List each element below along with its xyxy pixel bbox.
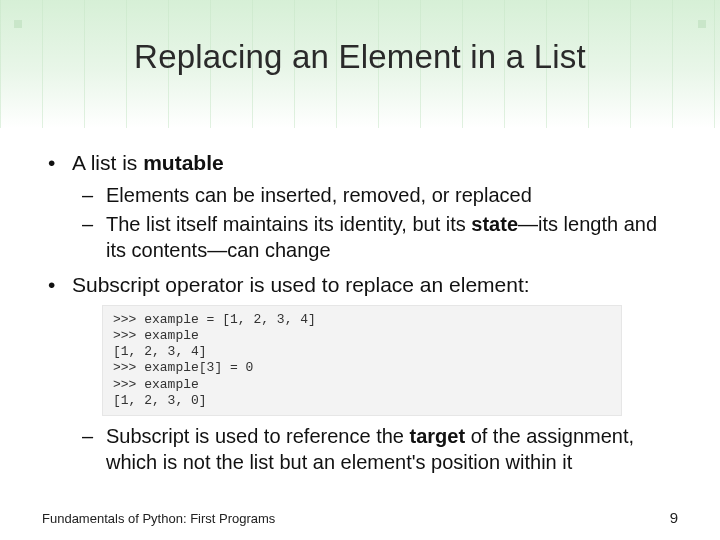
bullet-mutable: A list is mutable Elements can be insert… — [42, 150, 678, 264]
sub-bullet: The list itself maintains its identity, … — [72, 212, 678, 263]
sub-bullet: Elements can be inserted, removed, or re… — [72, 183, 678, 209]
sub-bold: target — [410, 425, 466, 447]
code-line: [1, 2, 3, 4] — [113, 344, 207, 359]
code-line: >>> example = [1, 2, 3, 4] — [113, 312, 316, 327]
code-line: >>> example[3] = 0 — [113, 360, 253, 375]
bullet-subscript: Subscript operator is used to replace an… — [42, 272, 678, 476]
bullet-text: A list is — [72, 151, 143, 174]
code-line: >>> example — [113, 328, 199, 343]
bullet-bold: mutable — [143, 151, 224, 174]
bullet-text: Subscript operator is used to replace an… — [72, 273, 530, 296]
sub-bullet: Subscript is used to reference the targe… — [72, 424, 678, 475]
code-block: >>> example = [1, 2, 3, 4] >>> example [… — [102, 305, 622, 417]
sub-list: Subscript is used to reference the targe… — [72, 424, 678, 475]
slide-body: A list is mutable Elements can be insert… — [42, 150, 678, 483]
sub-list: Elements can be inserted, removed, or re… — [72, 183, 678, 264]
bullet-list: A list is mutable Elements can be insert… — [42, 150, 678, 475]
footer-text: Fundamentals of Python: First Programs — [42, 511, 275, 526]
slide-title: Replacing an Element in a List — [0, 38, 720, 76]
page-number: 9 — [670, 509, 678, 526]
sub-text: Subscript is used to reference the — [106, 425, 410, 447]
sub-text: The list itself maintains its identity, … — [106, 213, 471, 235]
code-line: >>> example — [113, 377, 199, 392]
sub-bold: state — [471, 213, 518, 235]
code-line: [1, 2, 3, 0] — [113, 393, 207, 408]
